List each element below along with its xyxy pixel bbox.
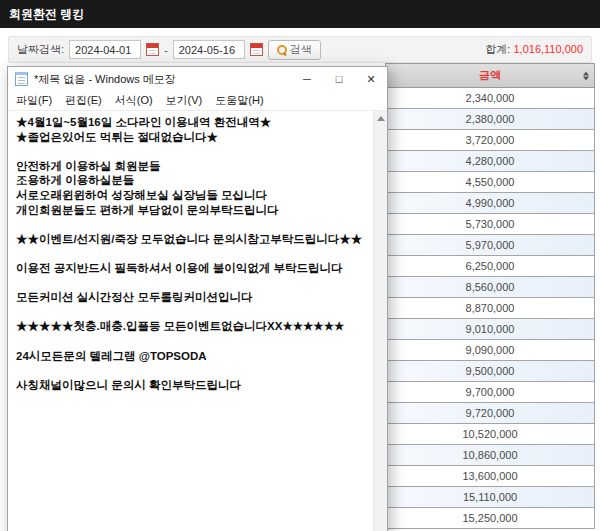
vertical-scrollbar[interactable]: [373, 111, 387, 531]
maximize-button[interactable]: □: [323, 67, 355, 91]
notepad-text-line: 사칭채널이많으니 문의시 확인부탁드립니다: [16, 378, 367, 393]
scroll-up-icon[interactable]: [377, 116, 385, 121]
calendar-icon[interactable]: [250, 43, 263, 56]
notepad-text-line: ★졸업은있어도 먹튀는 절대없습니다★: [16, 130, 367, 145]
amount-cell: 15,250,000: [462, 512, 517, 524]
date-to-input[interactable]: [173, 40, 245, 59]
notepad-text-line: ★★★★★첫충.매충.입플등 모든이벤트없습니다XX★★★★★★: [16, 319, 367, 334]
menu-item[interactable]: 도움말(H): [215, 93, 263, 108]
notepad-text-line: 개인회원분들도 편하게 부담없이 문의부탁드립니다: [16, 203, 367, 218]
table-row: 8,560,000: [385, 277, 595, 298]
menu-item[interactable]: 서식(O): [115, 93, 153, 108]
amount-cell: 15,110,000: [463, 491, 517, 503]
amount-cell: 8,560,000: [466, 281, 515, 293]
notepad-text-line: [16, 276, 367, 291]
table-row: 2,380,000: [385, 109, 595, 130]
notepad-text-line: [16, 305, 367, 320]
amount-cell: 8,870,000: [466, 302, 515, 314]
table-row: 4,550,000: [385, 172, 595, 193]
notepad-text-line: ★4월1일~5월16일 소다라인 이용내역 환전내역★: [16, 115, 367, 130]
notepad-text-line: [16, 363, 367, 378]
notepad-text-line: 조용하게 이용하실분들: [16, 173, 367, 188]
table-row: 6,250,000: [385, 256, 595, 277]
table-row: 15,110,000: [385, 487, 595, 508]
menu-item[interactable]: 보기(V): [166, 93, 203, 108]
amount-column-header[interactable]: 금액: [385, 63, 595, 88]
table-row: 9,090,000: [385, 340, 595, 361]
table-row: 10,860,000: [385, 445, 595, 466]
table-row: 4,990,000: [385, 193, 595, 214]
table-row: 10,520,000: [385, 424, 595, 445]
notepad-window-title: *제목 없음 - Windows 메모장: [34, 72, 291, 87]
page-title: 회원환전 랭킹: [0, 0, 600, 28]
menu-item[interactable]: 편집(E): [65, 93, 102, 108]
table-row: 9,720,000: [385, 403, 595, 424]
amount-cell: 2,340,000: [466, 92, 515, 104]
notepad-titlebar[interactable]: *제목 없음 - Windows 메모장 ─ □ ✕: [8, 67, 387, 91]
amount-cell: 4,550,000: [466, 176, 515, 188]
amount-cell: 5,730,000: [466, 218, 515, 230]
table-row: 9,500,000: [385, 361, 595, 382]
notepad-text-line: 안전하게 이용하실 회원분들: [16, 159, 367, 174]
notepad-text-line: ★★이벤트/선지원/죽장 모두없습니다 문의시참고부탁드립니다★★: [16, 232, 367, 247]
notepad-app-icon: [15, 72, 28, 86]
calendar-icon[interactable]: [146, 43, 159, 56]
table-row: 4,280,000: [385, 151, 595, 172]
notepad-window: *제목 없음 - Windows 메모장 ─ □ ✕ 파일(F) 편집(E) 서…: [7, 66, 388, 531]
search-button-label: 검색: [290, 42, 312, 57]
close-button[interactable]: ✕: [355, 67, 387, 91]
amount-header-label: 금액: [479, 68, 501, 83]
table-row: 8,870,000: [385, 298, 595, 319]
notepad-text-line: 서로오래윈윈하여 성장해보실 실장님들 모십니다: [16, 188, 367, 203]
amount-cell: 9,700,000: [466, 386, 515, 398]
table-row: 2,340,000: [385, 88, 595, 109]
search-button[interactable]: 검색: [268, 40, 321, 60]
notepad-text-line: 24시모든문의 텔레그램 @TOPSODA: [16, 349, 367, 364]
amount-cell: 4,990,000: [466, 197, 515, 209]
ranking-table: 금액 2,340,000 2,380,000 3,720,000 4,280,0…: [385, 63, 595, 529]
amount-cell: 2,380,000: [466, 113, 515, 125]
table-row: 9,010,000: [385, 319, 595, 340]
date-search-panel: 날짜검색: - 검색 합계: 1,016,110,000: [8, 36, 592, 63]
notepad-text-line: [16, 144, 367, 159]
notepad-text-line: 모든커미션 실시간정산 모두롤링커미션입니다: [16, 290, 367, 305]
amount-cell: 10,520,000: [462, 428, 517, 440]
notepad-text-line: [16, 334, 367, 349]
date-search-label: 날짜검색:: [17, 42, 64, 57]
notepad-text-line: [16, 217, 367, 232]
page: 회원환전 랭킹 날짜검색: - 검색 합계: 1,016,110,000 금액 …: [0, 0, 600, 531]
amount-cell: 9,720,000: [466, 407, 515, 419]
amount-rows: 2,340,000 2,380,000 3,720,000 4,280,000 …: [385, 88, 595, 529]
total-label: 합계:: [485, 43, 510, 55]
search-icon: [277, 45, 286, 54]
table-row: 5,970,000: [385, 235, 595, 256]
table-row: 13,600,000: [385, 466, 595, 487]
date-from-input[interactable]: [69, 40, 141, 59]
sort-icon[interactable]: [583, 71, 589, 80]
amount-cell: 5,970,000: [466, 239, 515, 251]
amount-cell: 4,280,000: [466, 155, 515, 167]
total-area: 합계: 1,016,110,000: [485, 42, 583, 57]
total-value: 1,016,110,000: [513, 43, 583, 55]
amount-cell: 9,010,000: [466, 323, 515, 335]
amount-cell: 10,860,000: [462, 449, 517, 461]
table-row: 5,730,000: [385, 214, 595, 235]
notepad-text-area[interactable]: ★4월1일~5월16일 소다라인 이용내역 환전내역★ ★졸업은있어도 먹튀는 …: [8, 111, 387, 531]
notepad-body: ★4월1일~5월16일 소다라인 이용내역 환전내역★ ★졸업은있어도 먹튀는 …: [8, 111, 387, 531]
table-row: 15,250,000: [385, 508, 595, 529]
amount-cell: 6,250,000: [466, 260, 515, 272]
menu-item[interactable]: 파일(F): [16, 93, 52, 108]
amount-cell: 9,500,000: [466, 365, 515, 377]
notepad-text-line: 이용전 공지반드시 필독하셔서 이용에 불이익없게 부탁드립니다: [16, 261, 367, 276]
amount-cell: 9,090,000: [466, 344, 515, 356]
table-row: 3,720,000: [385, 130, 595, 151]
notepad-menubar: 파일(F) 편집(E) 서식(O) 보기(V) 도움말(H): [8, 91, 387, 111]
minimize-button[interactable]: ─: [291, 67, 323, 91]
notepad-text-line: [16, 246, 367, 261]
table-row: 9,700,000: [385, 382, 595, 403]
window-controls: ─ □ ✕: [291, 67, 387, 91]
amount-cell: 13,600,000: [462, 470, 517, 482]
amount-cell: 3,720,000: [466, 134, 515, 146]
date-range-separator: -: [164, 44, 168, 56]
